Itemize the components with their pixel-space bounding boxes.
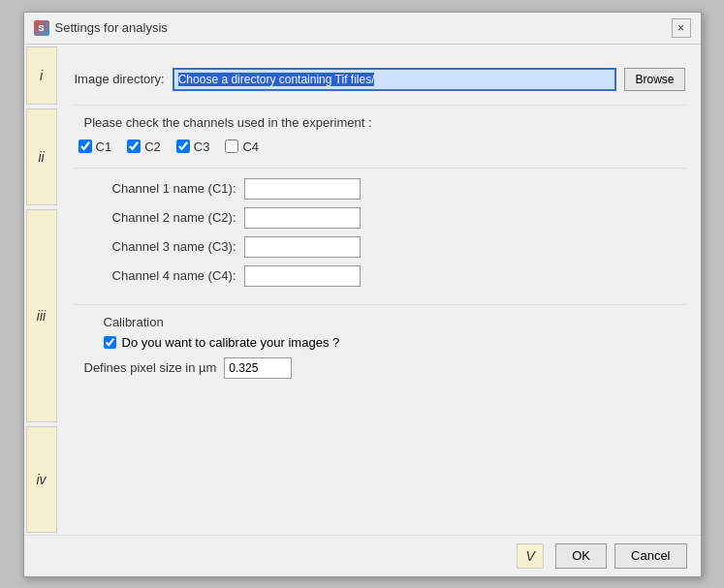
app-icon: S [34,20,49,36]
sidebar: i ii iii iv [24,45,59,535]
v-badge: V [517,543,544,569]
channel-c4-label: C4 [242,139,259,154]
browse-button[interactable]: Browse [624,68,684,91]
channel-3-label: Channel 3 name (C3): [75,239,244,254]
close-button[interactable]: × [672,18,691,38]
sidebar-section-iv: iv [26,426,57,533]
channel-c3-checkbox[interactable] [176,139,190,153]
channel-c1-item[interactable]: C1 [79,139,112,154]
channel-c2-item[interactable]: C2 [127,139,161,154]
channel-c1-checkbox[interactable] [79,139,92,153]
cancel-button[interactable]: Cancel [614,543,686,569]
channel-1-label: Channel 1 name (C1): [75,181,244,196]
dialog-window: S Settings for analysis × i ii iii iv [23,12,702,577]
dialog-title: Settings for analysis [55,20,168,35]
section-channels: Please check the channels used in the ex… [75,105,685,168]
image-directory-input[interactable] [173,68,617,91]
channel-c3-item[interactable]: C3 [176,139,210,154]
channel-4-label: Channel 4 name (C4): [75,268,244,283]
channel-3-input[interactable] [244,236,361,258]
section-image-directory: Image directory: Browse [75,54,685,105]
calibrate-label: Do you want to calibrate your images ? [122,335,340,350]
pixel-size-input[interactable] [224,357,292,379]
content-area: Image directory: Browse Please check the… [59,45,701,535]
sidebar-section-ii: ii [26,108,57,205]
footer: V OK Cancel [24,535,701,576]
channel-c3-label: C3 [194,139,210,154]
sidebar-section-i: i [26,46,57,105]
calibrate-checkbox[interactable] [104,336,116,349]
sidebar-section-iii: iii [26,209,57,422]
ok-button[interactable]: OK [555,543,607,569]
channel-4-row: Channel 4 name (C4): [75,265,685,287]
pixel-size-label: Defines pixel size in µm [84,360,217,375]
channel-1-input[interactable] [244,178,361,200]
channel-1-row: Channel 1 name (C1): [75,178,685,200]
channel-4-input[interactable] [244,265,361,287]
channel-c4-item[interactable]: C4 [225,139,259,154]
section-channel-names: Channel 1 name (C1): Channel 2 name (C2)… [75,168,685,304]
section-calibration: Calibration Do you want to calibrate you… [75,304,685,388]
channel-c4-checkbox[interactable] [225,139,238,153]
image-directory-label: Image directory: [75,72,165,86]
channel-c2-label: C2 [144,139,161,154]
channel-3-row: Channel 3 name (C3): [75,236,685,258]
title-bar-left: S Settings for analysis [34,20,168,36]
channel-2-row: Channel 2 name (C2): [75,207,685,229]
channels-description: Please check the channels used in the ex… [84,115,685,130]
calibration-check-row: Do you want to calibrate your images ? [104,335,685,350]
title-bar: S Settings for analysis × [24,13,701,45]
pixel-size-row: Defines pixel size in µm [84,357,685,379]
channels-checkboxes: C1 C2 C3 C4 [79,139,685,154]
channel-2-label: Channel 2 name (C2): [75,210,244,225]
channel-2-input[interactable] [244,207,361,229]
main-content: i ii iii iv Image directory: Browse Plea… [24,45,701,535]
calibration-title: Calibration [104,315,685,329]
channel-c1-label: C1 [96,139,112,154]
channel-c2-checkbox[interactable] [127,139,141,153]
